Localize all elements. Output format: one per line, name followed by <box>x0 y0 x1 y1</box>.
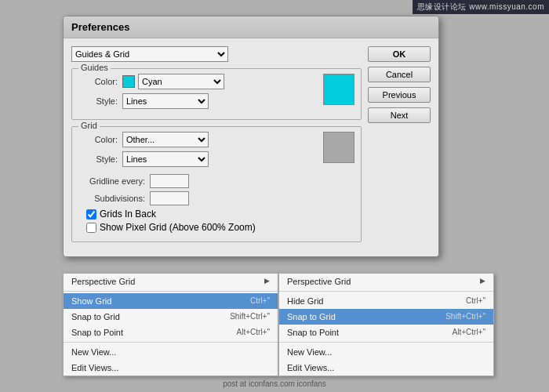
dialog-title: Preferences <box>64 16 438 38</box>
left-menu-show-grid[interactable]: Show Grid Ctrl+" <box>64 293 278 309</box>
watermark-text: 思缘设计论坛 www.missyuan.com <box>413 0 549 14</box>
guides-style-row: Style: Lines <box>78 93 315 109</box>
left-snap-point-label: Snap to Point <box>71 328 123 337</box>
right-hide-grid-label: Hide Grid <box>287 296 323 306</box>
guides-group: Guides Color: Cyan Style: <box>71 68 362 120</box>
left-snap-grid-label: Snap to Grid <box>71 312 120 321</box>
footer: post at iconfans.com iconfans <box>223 379 326 388</box>
grid-color-select[interactable]: Other... <box>122 132 209 147</box>
preferences-dialog: Preferences Guides & Grid Guides Color: <box>63 16 439 257</box>
left-show-grid-label: Show Grid <box>71 296 111 306</box>
grid-color-row: Color: Other... <box>78 132 315 147</box>
right-edit-views-label: Edit Views... <box>287 363 334 372</box>
cancel-button[interactable]: Cancel <box>368 67 431 82</box>
gridline-row: Gridline every: 5 px <box>78 174 354 188</box>
guides-color-label: Color: <box>78 77 118 86</box>
right-hide-grid-shortcut: Ctrl+" <box>466 296 485 306</box>
show-pixel-grid-label: Show Pixel Grid (Above 600% Zoom) <box>100 222 256 233</box>
right-snap-point-label: Snap to Point <box>287 328 339 337</box>
next-button[interactable]: Next <box>368 107 431 123</box>
right-menu-snap-point[interactable]: Snap to Point Alt+Ctrl+" <box>279 325 493 340</box>
right-snap-grid-shortcut: Shift+Ctrl+" <box>445 312 485 321</box>
right-menu-hide-grid[interactable]: Hide Grid Ctrl+" <box>279 293 493 309</box>
grid-group: Grid Color: Other... Style: Lines <box>71 126 362 242</box>
guides-color-row: Color: Cyan <box>78 74 315 89</box>
left-snap-point-shortcut: Alt+Ctrl+" <box>237 328 270 337</box>
bottom-menus: Perspective Grid Show Grid Ctrl+" Snap t… <box>63 273 494 376</box>
guides-color-swatch <box>122 75 135 88</box>
grid-inner: Color: Other... Style: Lines <box>78 132 354 171</box>
left-snap-grid-shortcut: Shift+Ctrl+" <box>230 312 270 321</box>
left-menu-snap-point[interactable]: Snap to Point Alt+Ctrl+" <box>64 325 278 340</box>
left-show-grid-shortcut: Ctrl+" <box>250 296 270 306</box>
guides-fields: Color: Cyan Style: Lines <box>78 74 315 113</box>
guides-color-select[interactable]: Cyan <box>138 74 224 89</box>
left-menu-new-view[interactable]: New View... <box>64 344 278 360</box>
grid-style-row: Style: Lines <box>78 151 315 167</box>
right-menu-new-view[interactable]: New View... <box>279 344 493 360</box>
gridline-input[interactable]: 5 px <box>150 174 189 188</box>
guides-inner: Color: Cyan Style: Lines <box>78 74 354 113</box>
left-edit-views-label: Edit Views... <box>71 363 118 372</box>
grid-group-label: Grid <box>78 121 100 130</box>
left-menu-header[interactable]: Perspective Grid <box>64 274 278 289</box>
right-menu-sep-mid <box>279 342 493 343</box>
gridline-label: Gridline every: <box>78 176 145 186</box>
grid-fields: Color: Other... Style: Lines <box>78 132 315 171</box>
guides-style-label: Style: <box>78 96 118 106</box>
grids-in-back-row: Grids In Back <box>86 209 354 220</box>
context-menu-left: Perspective Grid Show Grid Ctrl+" Snap t… <box>63 273 278 376</box>
left-menu-sep-top <box>64 291 278 292</box>
guides-style-select[interactable]: Lines <box>122 93 209 109</box>
show-pixel-grid-row: Show Pixel Grid (Above 600% Zoom) <box>86 222 354 233</box>
dialog-buttons: OK Cancel Previous Next <box>368 46 431 249</box>
grid-color-label: Color: <box>78 135 118 144</box>
grids-in-back-label: Grids In Back <box>100 209 156 220</box>
show-pixel-grid-checkbox[interactable] <box>86 223 96 233</box>
dialog-main-area: Guides & Grid Guides Color: Cyan <box>71 46 362 249</box>
right-new-view-label: New View... <box>287 347 332 357</box>
right-menu-snap-grid[interactable]: Snap to Grid Shift+Ctrl+" <box>279 309 493 325</box>
ok-button[interactable]: OK <box>368 46 431 62</box>
right-menu-header[interactable]: Perspective Grid <box>279 274 493 289</box>
category-select[interactable]: Guides & Grid <box>71 46 228 62</box>
context-menu-right: Perspective Grid Hide Grid Ctrl+" Snap t… <box>278 273 494 376</box>
guides-group-label: Guides <box>78 63 111 72</box>
left-menu-snap-grid[interactable]: Snap to Grid Shift+Ctrl+" <box>64 309 278 325</box>
right-snap-point-shortcut: Alt+Ctrl+" <box>453 328 485 337</box>
grid-style-select[interactable]: Lines <box>122 151 209 167</box>
left-new-view-label: New View... <box>71 347 116 357</box>
right-menu-sep-top <box>279 291 493 292</box>
category-row: Guides & Grid <box>71 46 362 62</box>
grid-style-label: Style: <box>78 154 118 164</box>
subdivisions-input[interactable]: 1 <box>150 191 189 205</box>
subdivisions-label: Subdivisions: <box>78 194 145 203</box>
previous-button[interactable]: Previous <box>368 87 431 103</box>
right-snap-grid-label: Snap to Grid <box>287 312 336 321</box>
subdivisions-row: Subdivisions: 1 <box>78 191 354 205</box>
left-menu-sep-mid <box>64 342 278 343</box>
grid-color-preview <box>323 132 354 163</box>
left-menu-edit-views[interactable]: Edit Views... <box>64 360 278 376</box>
right-menu-edit-views[interactable]: Edit Views... <box>279 360 493 376</box>
grids-in-back-checkbox[interactable] <box>86 209 96 220</box>
guides-color-preview <box>323 74 354 105</box>
